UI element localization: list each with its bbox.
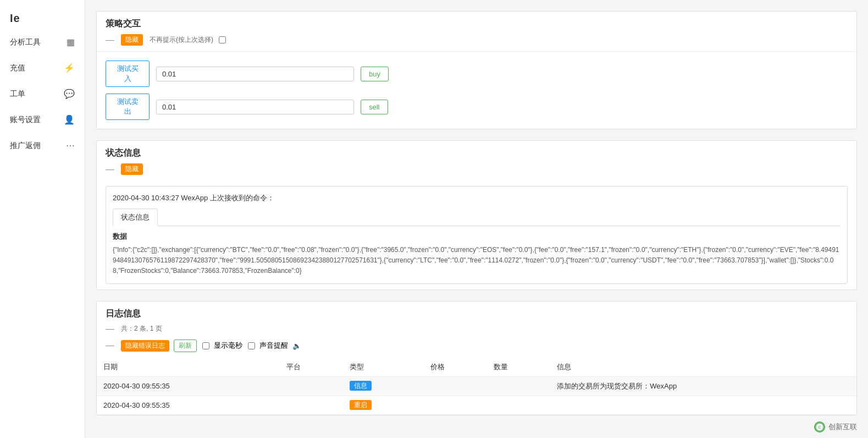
main-content: 策略交互 — 隐藏 不再提示(按上次选择) 测试买入 buy 测试卖出 sell…	[85, 0, 868, 438]
sound-label: 声音提醒	[259, 341, 288, 351]
sidebar-item-analysis-label: 分析工具	[10, 37, 67, 47]
status-hide-button[interactable]: 隐藏	[121, 163, 143, 175]
buy-input[interactable]	[156, 67, 354, 81]
log-price	[424, 376, 487, 396]
account-icon: 👤	[64, 114, 75, 125]
col-date: 日期	[97, 358, 280, 377]
sidebar-item-account-label: 账号设置	[10, 115, 64, 125]
sidebar-item-analysis[interactable]: 分析工具 ▦	[0, 29, 85, 55]
buy-row: 测试买入 buy	[106, 61, 848, 87]
log-date: 2020-04-30 09:55:35	[97, 396, 280, 414]
status-tab[interactable]: 状态信息	[113, 209, 158, 226]
status-info-title: 状态信息	[97, 141, 856, 163]
log-meta: 共：2 条, 1 页	[121, 324, 162, 333]
log-controls: — 隐藏错误日志 刷新 显示毫秒 声音提醒 🔈	[97, 340, 856, 358]
log-type: 重启	[343, 396, 424, 414]
referral-icon: ⋯	[66, 140, 75, 151]
svg-text:C: C	[818, 425, 821, 430]
hide-errors-button[interactable]: 隐藏错误日志	[121, 340, 169, 352]
log-info: 添加的交易所为现货交易所：WexApp	[550, 376, 856, 396]
sidebar-item-workorder[interactable]: 工单 💬	[0, 81, 85, 107]
sound-checkbox[interactable]	[248, 342, 255, 349]
sidebar-item-referral[interactable]: 推广返佣 ⋯	[0, 133, 85, 158]
col-type: 类型	[343, 358, 424, 377]
log-price	[424, 396, 487, 414]
trade-area: 测试买入 buy 测试卖出 sell	[97, 51, 856, 129]
status-info-section: 状态信息 — 隐藏 2020-04-30 10:43:27 WexApp 上次接…	[96, 140, 857, 290]
status-timestamp: 2020-04-30 10:43:27 WexApp 上次接收到的命令：	[113, 193, 841, 203]
show-ms-label: 显示毫秒	[214, 341, 242, 351]
sidebar-item-recharge-label: 充值	[10, 63, 64, 73]
sell-row: 测试卖出 sell	[106, 94, 848, 120]
status-tab-bar: 状态信息	[113, 209, 841, 226]
data-content: {"Info":{"c2c":[]},"exchange":[{"currenc…	[113, 245, 841, 277]
strategy-no-remind-checkbox[interactable]	[219, 36, 226, 43]
strategy-collapse-btn[interactable]: —	[106, 35, 114, 45]
col-price: 价格	[424, 358, 487, 377]
log-type: 信息	[343, 376, 424, 396]
col-info: 信息	[550, 358, 856, 377]
workorder-icon: 💬	[64, 89, 75, 99]
log-date: 2020-04-30 09:55:35	[97, 376, 280, 396]
col-platform: 平台	[280, 358, 343, 377]
sidebar: Ie 分析工具 ▦ 充值 ⚡ 工单 💬 账号设置 👤 推广返佣 ⋯	[0, 0, 85, 438]
col-quantity: 数量	[487, 358, 550, 377]
brand-name: 创新互联	[828, 422, 857, 432]
sidebar-item-workorder-label: 工单	[10, 89, 64, 99]
log-platform	[280, 396, 343, 414]
log-quantity	[487, 396, 550, 414]
log-info	[550, 396, 856, 414]
sell-input[interactable]	[156, 100, 354, 114]
sound-icon: 🔈	[292, 342, 301, 350]
log-collapse-controls-btn[interactable]: —	[106, 341, 114, 351]
log-meta-row: — 共：2 条, 1 页	[97, 324, 856, 340]
log-table-header: 日期 平台 类型 价格 数量 信息	[97, 358, 856, 377]
strategy-hide-button[interactable]: 隐藏	[121, 34, 143, 46]
sidebar-item-recharge[interactable]: 充值 ⚡	[0, 55, 85, 81]
test-sell-button[interactable]: 测试卖出	[106, 94, 150, 120]
log-collapse-meta-btn[interactable]: —	[106, 324, 114, 334]
status-info-content: 2020-04-30 10:43:27 WexApp 上次接收到的命令： 状态信…	[106, 186, 848, 284]
footer-brand: C 创新互联	[814, 421, 857, 432]
log-table: 日期 平台 类型 价格 数量 信息 2020-04-30 09:55:35信息添…	[97, 358, 856, 415]
data-label: 数据	[113, 232, 841, 242]
test-buy-button[interactable]: 测试买入	[106, 61, 150, 87]
log-platform	[280, 376, 343, 396]
brand-logo-icon: C	[814, 421, 825, 432]
strategy-no-remind-label: 不再提示(按上次选择)	[150, 35, 213, 45]
sidebar-logo: Ie	[0, 6, 85, 29]
table-row: 2020-04-30 09:55:35重启	[97, 396, 856, 414]
show-ms-checkbox[interactable]	[202, 342, 209, 349]
status-info-controls: — 隐藏	[97, 163, 856, 180]
log-quantity	[487, 376, 550, 396]
strategy-interaction-title: 策略交互	[97, 12, 856, 34]
recharge-icon: ⚡	[64, 63, 75, 73]
table-row: 2020-04-30 09:55:35信息添加的交易所为现货交易所：WexApp	[97, 376, 856, 396]
strategy-interaction-controls: — 隐藏 不再提示(按上次选择)	[97, 34, 856, 51]
analysis-icon: ▦	[67, 37, 75, 47]
sidebar-item-account[interactable]: 账号设置 👤	[0, 107, 85, 133]
strategy-interaction-section: 策略交互 — 隐藏 不再提示(按上次选择) 测试买入 buy 测试卖出 sell	[96, 11, 857, 129]
refresh-button[interactable]: 刷新	[174, 340, 197, 352]
buy-button[interactable]: buy	[361, 67, 389, 81]
log-title: 日志信息	[97, 302, 856, 324]
status-collapse-btn[interactable]: —	[106, 165, 114, 174]
sidebar-item-referral-label: 推广返佣	[10, 141, 66, 151]
log-section: 日志信息 — 共：2 条, 1 页 — 隐藏错误日志 刷新 显示毫秒 声音提醒 …	[96, 301, 857, 415]
sell-button[interactable]: sell	[361, 100, 388, 114]
